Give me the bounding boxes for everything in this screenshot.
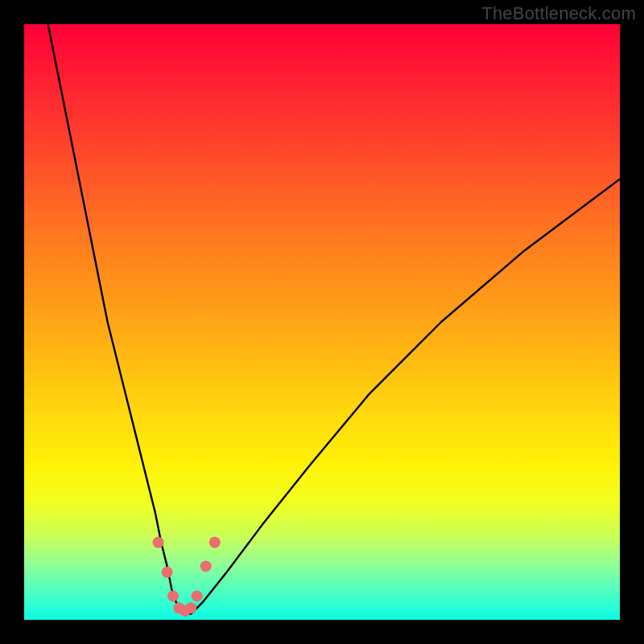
curve-svg <box>24 24 620 620</box>
curve-marker <box>200 560 212 572</box>
plot-area <box>24 24 620 620</box>
curve-marker <box>209 537 221 548</box>
curve-marker <box>167 590 179 601</box>
watermark-text: TheBottleneck.com <box>481 3 636 24</box>
curve-marker <box>192 590 203 601</box>
curve-marker <box>185 602 196 613</box>
bottleneck-curve <box>48 24 620 614</box>
chart-frame: TheBottleneck.com <box>0 0 644 644</box>
curve-marker <box>153 537 164 548</box>
curve-marker <box>162 567 173 578</box>
